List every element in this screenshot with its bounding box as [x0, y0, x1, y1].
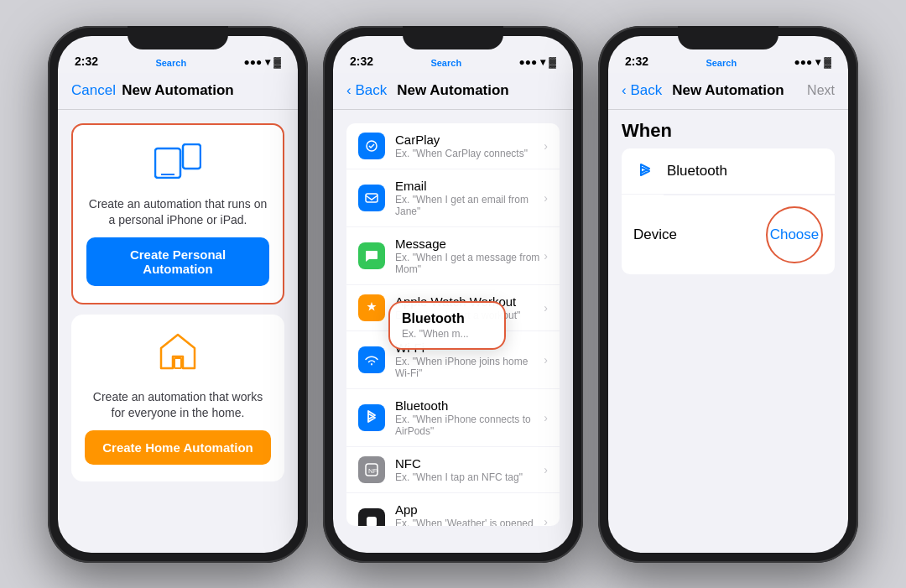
home-icon — [158, 331, 198, 381]
email-subtitle: Ex. "When I get an email from Jane" — [395, 194, 544, 217]
when-device-row: Device Choose — [622, 195, 835, 274]
message-icon — [358, 242, 385, 269]
nav-bar-3: ‹ Back New Automation Next — [608, 73, 848, 110]
device-icon — [154, 142, 201, 188]
workout-title: Apple Watch Workout — [395, 294, 544, 309]
device-label: Device — [633, 226, 766, 243]
app-subtitle: Ex. "When 'Weather' is opened or closed" — [395, 518, 544, 526]
notch-1 — [128, 26, 228, 49]
status-time-2: 2:32 — [350, 55, 373, 68]
nfc-subtitle: Ex. "When I tap an NFC tag" — [395, 471, 544, 483]
list-item-email[interactable]: Email Ex. "When I get an email from Jane… — [346, 169, 560, 227]
carplay-subtitle: Ex. "When CarPlay connects" — [395, 148, 544, 159]
bluetooth-title: Bluetooth — [395, 398, 544, 413]
wifi-icon-3: ▾ — [815, 56, 820, 68]
bluetooth-chevron: › — [544, 411, 548, 424]
back-arrow-icon-2: ‹ — [346, 82, 351, 98]
app-text: App Ex. "When 'Weather' is opened or clo… — [395, 502, 544, 526]
when-bluetooth-icon — [633, 159, 657, 183]
personal-automation-card: Create an automation that runs on a pers… — [71, 123, 284, 304]
battery-icon-1: ▓ — [273, 56, 281, 68]
message-text: Message Ex. "When I get a message from M… — [395, 237, 544, 275]
svg-text:NFC: NFC — [368, 467, 378, 475]
email-text: Email Ex. "When I get an email from Jane… — [395, 179, 544, 217]
status-icons-3: ●●● ▾ ▓ — [794, 56, 831, 68]
phone-2: 2:32 Search ●●● ▾ ▓ ‹ Back New Automatio… — [323, 26, 583, 563]
bluetooth-text: Bluetooth Ex. "When iPhone connects to A… — [395, 398, 544, 437]
notch-2 — [403, 26, 503, 49]
nav-title-3: New Automation — [672, 82, 784, 99]
when-bluetooth-row: Bluetooth — [622, 148, 835, 195]
wifi-icon-1: ▾ — [265, 56, 270, 68]
bluetooth-subtitle: Ex. "When iPhone connects to AirPods" — [395, 414, 544, 437]
nav-bar-2: ‹ Back New Automation — [333, 73, 573, 110]
list-content-2: CarPlay Ex. "When CarPlay connects" › Em… — [333, 110, 573, 553]
carplay-chevron: › — [544, 139, 548, 153]
nav-title-1: New Automation — [122, 82, 233, 99]
wifi-icon-2: ▾ — [540, 56, 545, 68]
bluetooth-icon-list — [358, 404, 385, 431]
workout-chevron: › — [544, 301, 548, 315]
message-subtitle: Ex. "When I get a message from Mom" — [395, 252, 544, 275]
personal-desc: Create an automation that runs on a pers… — [86, 196, 269, 229]
battery-icon-3: ▓ — [824, 56, 831, 68]
nfc-icon: NFC — [358, 456, 385, 483]
signal-icon-2: ●●● — [518, 56, 537, 68]
next-button[interactable]: Next — [807, 83, 835, 98]
wifi-text: Wi-Fi Ex. "When iPhone joins home Wi-Fi" — [395, 341, 544, 379]
status-search-1: Search — [155, 58, 186, 68]
back-button-2[interactable]: ‹ Back — [346, 82, 387, 99]
home-desc: Create an automation that works for ever… — [85, 389, 271, 422]
svg-rect-1 — [183, 144, 200, 169]
email-icon — [358, 185, 385, 211]
status-icons-1: ●●● ▾ ▓ — [243, 56, 281, 68]
message-title: Message — [395, 237, 544, 251]
app-chevron: › — [544, 515, 548, 526]
choose-button[interactable]: Choose — [766, 206, 823, 263]
nav-title-2: New Automation — [397, 82, 508, 99]
svg-rect-0 — [155, 148, 180, 178]
phone-1: 2:32 Search ●●● ▾ ▓ Cancel New Automatio… — [48, 26, 308, 563]
wifi-chevron: › — [544, 353, 548, 367]
cancel-button[interactable]: Cancel — [71, 82, 116, 99]
nfc-title: NFC — [395, 456, 544, 471]
create-home-automation-button[interactable]: Create Home Automation — [85, 430, 271, 465]
carplay-text: CarPlay Ex. "When CarPlay connects" — [395, 133, 544, 159]
list-item-app[interactable]: App Ex. "When 'Weather' is opened or clo… — [346, 493, 560, 526]
nfc-chevron: › — [544, 463, 548, 476]
svg-rect-8 — [367, 517, 377, 526]
status-icons-2: ●●● ▾ ▓ — [518, 56, 556, 68]
workout-text: Apple Watch Workout Ex. "When I start a … — [395, 294, 544, 321]
list-item-bluetooth[interactable]: Bluetooth Ex. "When iPhone connects to A… — [346, 389, 560, 447]
list-item-carplay[interactable]: CarPlay Ex. "When CarPlay connects" › — [346, 123, 560, 169]
when-bluetooth-label: Bluetooth — [667, 163, 823, 180]
workout-icon — [358, 294, 385, 321]
signal-icon-3: ●●● — [794, 56, 812, 68]
battery-icon-2: ▓ — [549, 56, 556, 68]
when-content: When Bluetooth Device Choose — [608, 110, 848, 553]
back-button-3[interactable]: ‹ Back — [622, 82, 662, 99]
signal-icon-1: ●●● — [243, 56, 262, 68]
list-item-nfc[interactable]: NFC NFC Ex. "When I tap an NFC tag" › — [346, 447, 560, 493]
carplay-icon — [358, 133, 385, 159]
message-chevron: › — [544, 249, 548, 263]
create-personal-automation-button[interactable]: Create Personal Automation — [86, 237, 269, 286]
app-title: App — [395, 502, 544, 517]
when-title: When — [608, 110, 848, 148]
svg-rect-5 — [366, 194, 378, 202]
wifi-title: Wi-Fi — [395, 341, 544, 355]
app-icon — [358, 508, 385, 526]
list-item-wifi[interactable]: Wi-Fi Ex. "When iPhone joins home Wi-Fi"… — [346, 331, 560, 389]
email-chevron: › — [544, 191, 548, 205]
when-card: Bluetooth Device Choose — [622, 148, 835, 274]
status-time-1: 2:32 — [75, 55, 98, 68]
workout-subtitle: Ex. "When I start a workout" — [395, 310, 544, 321]
carplay-title: CarPlay — [395, 133, 544, 147]
phone-3: 2:32 Search ●●● ▾ ▓ ‹ Back New Automatio… — [598, 26, 858, 563]
notch-3 — [678, 26, 778, 49]
list-item-workout[interactable]: Apple Watch Workout Ex. "When I start a … — [346, 285, 560, 331]
content-1: Create an automation that runs on a pers… — [58, 110, 298, 553]
list-item-message[interactable]: Message Ex. "When I get a message from M… — [346, 227, 560, 285]
status-time-3: 2:32 — [625, 55, 648, 68]
back-arrow-icon-3: ‹ — [622, 82, 627, 98]
